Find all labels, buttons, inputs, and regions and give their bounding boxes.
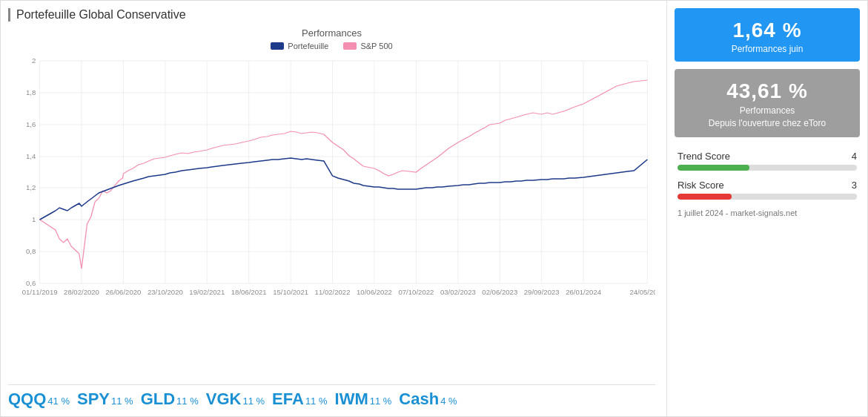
svg-text:1: 1 [32, 216, 36, 223]
scores-section: Trend Score 4 Risk Score 3 1 juillet 202… [675, 145, 860, 223]
svg-text:18/06/2021: 18/06/2021 [231, 289, 267, 296]
page-title: Portefeuille Global Conservative [16, 8, 655, 22]
svg-text:11/02/2022: 11/02/2022 [315, 289, 351, 296]
legend-sp500: S&P 500 [343, 42, 392, 50]
left-panel: Portefeuille Global Conservative Perform… [1, 1, 667, 416]
ticker-item-cash: Cash4 % [399, 390, 457, 409]
svg-text:02/06/2023: 02/06/2023 [482, 289, 517, 296]
sp500-line [40, 80, 648, 269]
svg-text:26/01/2024: 26/01/2024 [566, 289, 601, 296]
ticker-item-efa: EFA11 % [272, 390, 327, 409]
trend-score-header: Trend Score 4 [677, 151, 857, 162]
chart-area: Performances Portefeuille S&P 500 .axis-… [8, 27, 655, 381]
svg-text:1,4: 1,4 [26, 153, 36, 160]
perf-total-label: PerformancesDepuis l'ouverture chez eTor… [682, 105, 852, 130]
risk-score-label: Risk Score [677, 180, 724, 191]
svg-text:1,8: 1,8 [26, 89, 36, 96]
svg-text:2: 2 [32, 57, 36, 65]
svg-text:1,2: 1,2 [26, 184, 36, 191]
chart-title: Performances [8, 27, 655, 39]
portefeuille-line [40, 158, 648, 220]
ticker-name: GLD [141, 390, 175, 409]
ticker-name: SPY [77, 390, 110, 409]
ticker-pct: 11 % [176, 395, 199, 407]
ticker-item-iwm: IWM11 % [335, 390, 392, 409]
ticker-name: VGK [206, 390, 242, 409]
date-credit: 1 juillet 2024 - market-signals.net [677, 208, 857, 217]
ticker-item-qqq: QQQ41 % [8, 390, 70, 409]
ticker-pct: 11 % [111, 395, 133, 407]
trend-score-row: Trend Score 4 [677, 151, 857, 171]
ticker-item-vgk: VGK11 % [206, 390, 265, 409]
trend-score-bar-bg [677, 165, 857, 171]
svg-text:0,6: 0,6 [26, 280, 36, 287]
legend-portefeuille: Portefeuille [271, 42, 328, 50]
svg-text:24/05/2024: 24/05/2024 [629, 289, 655, 296]
ticker-pct: 11 % [242, 395, 265, 407]
perf-total-value: 43,61 % [682, 79, 852, 103]
trend-score-bar-fill [677, 165, 749, 171]
main-container: Portefeuille Global Conservative Perform… [0, 0, 868, 417]
ticker-pct: 41 % [47, 395, 70, 407]
risk-score-header: Risk Score 3 [677, 180, 857, 191]
risk-score-row: Risk Score 3 [677, 180, 857, 200]
svg-text:15/10/2021: 15/10/2021 [273, 289, 308, 296]
svg-text:26/06/2020: 26/06/2020 [105, 289, 141, 296]
ticker-name: EFA [272, 390, 304, 409]
risk-score-bar-fill [677, 194, 732, 200]
ticker-name: Cash [399, 390, 439, 409]
chart-legend: Portefeuille S&P 500 [8, 42, 655, 50]
trend-score-value: 4 [852, 151, 857, 162]
title-container: Portefeuille Global Conservative [8, 8, 655, 22]
ticker-pct: 11 % [305, 395, 328, 407]
risk-score-bar-bg [677, 194, 857, 200]
svg-text:29/09/2023: 29/09/2023 [524, 289, 560, 296]
ticker-name: QQQ [8, 390, 46, 409]
trend-score-label: Trend Score [677, 151, 730, 162]
svg-text:28/02/2020: 28/02/2020 [64, 289, 99, 296]
perf-total-box: 43,61 % PerformancesDepuis l'ouverture c… [675, 69, 860, 137]
svg-text:0,8: 0,8 [26, 248, 36, 255]
svg-text:03/02/2023: 03/02/2023 [440, 289, 476, 296]
tickers-row: QQQ41 %SPY11 %GLD11 %VGK11 %EFA11 %IWM11… [8, 384, 655, 409]
performance-chart: .axis-label { font-size: 9px; fill: #888… [8, 53, 655, 306]
ticker-item-spy: SPY11 % [77, 390, 133, 409]
svg-text:23/10/2020: 23/10/2020 [148, 289, 183, 296]
svg-text:1,6: 1,6 [26, 121, 36, 128]
svg-text:07/10/2022: 07/10/2022 [398, 289, 434, 296]
legend-color-portefeuille [271, 42, 284, 50]
ticker-pct: 4 % [440, 395, 457, 407]
legend-label-portefeuille: Portefeuille [288, 42, 328, 50]
svg-text:10/06/2022: 10/06/2022 [357, 289, 392, 296]
svg-text:19/02/2021: 19/02/2021 [189, 289, 225, 296]
risk-score-value: 3 [852, 180, 857, 191]
ticker-name: IWM [335, 390, 368, 409]
perf-june-label: Performances juin [682, 44, 852, 54]
ticker-pct: 11 % [370, 395, 392, 407]
ticker-item-gld: GLD11 % [141, 390, 199, 409]
legend-label-sp500: S&P 500 [360, 42, 392, 50]
perf-june-box: 1,64 % Performances juin [675, 8, 860, 62]
legend-color-sp500 [343, 42, 357, 50]
perf-june-value: 1,64 % [682, 19, 852, 42]
right-panel: 1,64 % Performances juin 43,61 % Perform… [667, 1, 867, 416]
svg-text:01/11/2019: 01/11/2019 [22, 289, 58, 296]
